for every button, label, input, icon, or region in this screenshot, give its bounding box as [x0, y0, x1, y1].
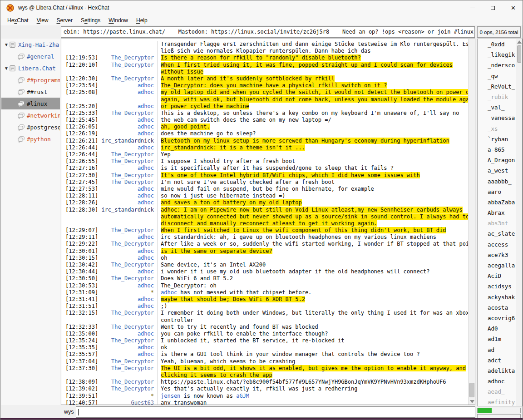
nick[interactable]: adhoc	[99, 199, 154, 206]
menu-view[interactable]: View	[33, 16, 53, 25]
nick[interactable]: *	[99, 393, 154, 400]
nick[interactable]: The_Decryptor	[99, 385, 154, 392]
nick[interactable]: adhoc	[99, 103, 154, 110]
mentioned-nick[interactable]: jensen	[161, 393, 180, 399]
nick[interactable]	[99, 96, 154, 103]
nick[interactable]: The_Decryptor	[99, 379, 154, 385]
chat-line: [12:28:11]adhocso now i just use hiberna…	[61, 193, 468, 199]
nick[interactable]: adhoc	[99, 344, 154, 351]
nick-message-separator	[154, 48, 158, 54]
nick[interactable]: adhoc	[99, 303, 154, 310]
scroll-up-arrow-icon[interactable]	[517, 40, 522, 44]
message-text: A month later and it's suddenly softbloc…	[161, 75, 335, 82]
nick[interactable]: The_Decryptor	[99, 75, 154, 82]
nick[interactable]: adhoc	[99, 296, 154, 303]
lag-meter-fill	[478, 408, 492, 413]
scroll-down-arrow-icon[interactable]	[470, 400, 474, 403]
chat-line: [12:28:30]irc_standardnickadhoc: I am on…	[61, 207, 468, 213]
chat-area[interactable]: Transgender Flagge erst zerschnitten und…	[61, 39, 475, 405]
nick-message-separator	[154, 324, 158, 331]
nick[interactable]	[99, 48, 154, 54]
chat-line: [12:20:30]The_DecryptorA month later and…	[61, 75, 468, 82]
nick[interactable]: The_Decryptor	[99, 172, 154, 179]
nick[interactable]: adhoc	[99, 248, 154, 255]
nick[interactable]	[99, 69, 154, 75]
nick[interactable]: adhoc	[99, 124, 154, 130]
menu-settings[interactable]: Settings	[77, 16, 104, 25]
nick[interactable]: adhoc	[99, 144, 154, 151]
nick-message-separator	[154, 144, 158, 151]
nick[interactable]: irc_standardnick	[99, 207, 154, 213]
nick[interactable]: Guest63	[99, 400, 154, 405]
nick[interactable]: adhoc	[99, 82, 154, 89]
sidebar-item--networkin[interactable]: #networkin	[1, 109, 60, 121]
nick[interactable]	[99, 41, 154, 48]
sidebar-item--linux[interactable]: #linux	[1, 98, 60, 109]
nick[interactable]: The_Decryptor	[99, 337, 154, 344]
nick[interactable]: The_Decryptor	[99, 62, 154, 69]
nick[interactable]	[99, 213, 154, 220]
nick[interactable]: adhoc	[99, 268, 154, 275]
maximize-button[interactable]	[483, 0, 503, 15]
menu-help[interactable]: Help	[132, 16, 152, 25]
nick[interactable]: adhoc	[99, 331, 154, 337]
nick[interactable]	[99, 372, 154, 379]
nick[interactable]: The_Decryptor	[99, 324, 154, 331]
nick[interactable]: The_Decryptor	[99, 179, 154, 186]
nick[interactable]: adhoc	[99, 255, 154, 262]
sidebar-item--programm[interactable]: ##programm	[1, 74, 60, 86]
nick-message-separator	[154, 82, 158, 89]
nick[interactable]: The_Decryptor	[99, 110, 154, 117]
chat-line: [12:25:45]adhocthe web cam switch does t…	[61, 117, 468, 124]
message-text: does the machine go to sleep?	[161, 130, 256, 137]
nick[interactable]: The_Decryptor	[99, 227, 154, 234]
nick[interactable]: *	[99, 289, 154, 296]
nick[interactable]: adhoc	[99, 165, 154, 172]
nick[interactable]: adhoc	[99, 282, 154, 289]
message-input[interactable]	[76, 406, 475, 418]
nick[interactable]: adhoc	[99, 351, 154, 358]
nick[interactable]: irc_standardnick	[99, 138, 154, 144]
userlist-scrollbar[interactable]	[516, 39, 522, 406]
sidebar-item-libera-chat[interactable]: ▼Libera.Chat	[1, 62, 60, 74]
nick[interactable]: The_Decryptor	[99, 151, 154, 158]
menu-hexchat[interactable]: HexChat	[3, 16, 33, 25]
sidebar-item--general[interactable]: #general	[1, 50, 60, 62]
nick[interactable]: The_Decryptor	[99, 262, 154, 268]
userlist-scrollbar-thumb[interactable]	[517, 45, 521, 63]
nick[interactable]: The_Decryptor	[99, 54, 154, 61]
menu-window[interactable]: Window	[104, 16, 132, 25]
message-text: is there a GUI tool think in your window…	[161, 351, 420, 358]
nick[interactable]: adhoc	[99, 186, 154, 193]
nick[interactable]: The_Decryptor	[99, 158, 154, 165]
mentioned-nick[interactable]: adhoc	[161, 289, 177, 296]
nick[interactable]: adhoc	[99, 89, 154, 96]
nick[interactable]: adhoc	[99, 130, 154, 137]
sidebar-item--rust[interactable]: ##rust	[1, 86, 60, 98]
menu-server[interactable]: Server	[53, 16, 77, 25]
sidebar-item--python[interactable]: #python	[1, 133, 60, 145]
close-button[interactable]: ✕	[503, 0, 523, 15]
topic-input[interactable]: ebin: https://paste.linux.chat/ -- Masto…	[61, 26, 475, 38]
chat-scrollbar-thumb[interactable]	[469, 383, 474, 397]
nick[interactable]: The_Decryptor	[99, 310, 154, 316]
nick[interactable]	[99, 317, 154, 324]
nick[interactable]: adhoc	[99, 234, 154, 241]
nick[interactable]: The_Decryptor	[99, 241, 154, 247]
minimize-button[interactable]	[462, 0, 483, 15]
nick[interactable]: The_Decryptor	[99, 275, 154, 282]
timestamp	[61, 69, 99, 75]
timestamp: [12:35:57]	[61, 351, 99, 358]
nick[interactable]: adhoc	[99, 193, 154, 199]
nick[interactable]: The_Decryptor	[99, 365, 154, 372]
sidebar-item--postgresq[interactable]: #postgresq	[1, 121, 60, 133]
nick[interactable]: adhoc	[99, 117, 154, 124]
nick[interactable]: The_Decryptor	[99, 358, 154, 365]
nick[interactable]	[99, 220, 154, 227]
tree-expand-arrow-icon[interactable]: ▼	[4, 66, 9, 71]
sidebar-item-xing-hai-zha[interactable]: ▼Xing-Hai-Zha	[1, 39, 60, 50]
chat-scrollbar[interactable]	[468, 39, 475, 405]
mentioned-nick[interactable]: aGJM	[236, 393, 249, 399]
chat-line: [12:23:54]adhocThe_Decryptor: does you m…	[61, 82, 468, 89]
tree-expand-arrow-icon[interactable]: ▼	[4, 42, 9, 47]
